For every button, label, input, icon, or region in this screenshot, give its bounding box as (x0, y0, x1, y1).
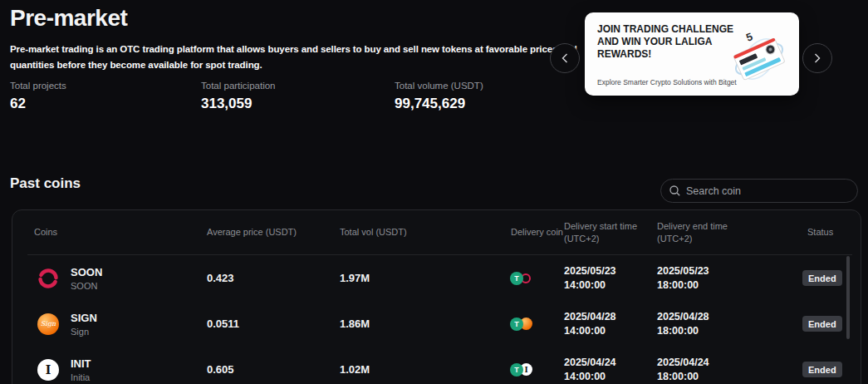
delivery-end-cell: 2025/05/2318:00:00 (657, 255, 709, 301)
table-row[interactable]: Sign SIGN Sign 0.0511 1.86M T 2025/04/28… (12, 301, 861, 347)
status-badge: Ended (802, 270, 842, 286)
stat-total-projects: Total projects 62 (10, 81, 66, 112)
avg-price-cell: 0.0511 (207, 301, 239, 347)
delivery-end-cell: 2025/04/2418:00:00 (657, 347, 709, 384)
column-header-start-time: Delivery start time(UTC+2) (564, 210, 637, 254)
search-icon (669, 185, 680, 196)
init-logo-icon: I (37, 359, 59, 381)
chevron-left-icon (562, 53, 568, 63)
ticket-rewards-icon: 5 (724, 26, 794, 86)
status-badge: Ended (802, 362, 842, 377)
column-header-coins: Coins (34, 210, 57, 254)
past-coins-title: Past coins (10, 175, 81, 192)
stat-total-participation: Total participation 313,059 (201, 81, 276, 112)
column-header-delivery-coin: Delivery coin (511, 210, 563, 254)
coin-name: Sign (71, 327, 97, 337)
delivery-start-cell: 2025/04/2414:00:00 (564, 347, 616, 384)
coin-name: SOON (71, 281, 102, 291)
stat-value: 62 (10, 96, 66, 112)
delivery-start-cell: 2025/05/2314:00:00 (564, 255, 616, 301)
column-header-avg-price: Average price (USDT) (207, 210, 297, 254)
coin-symbol: SOON (71, 266, 102, 278)
chevron-right-icon (814, 53, 821, 63)
search-box[interactable] (660, 179, 858, 203)
delivery-start-cell: 2025/04/2814:00:00 (564, 301, 616, 347)
delivery-coin-cell: T I (510, 347, 532, 384)
delivery-end-cell: 2025/04/2818:00:00 (657, 301, 709, 347)
page-description: Pre-market trading is an OTC trading pla… (10, 42, 591, 75)
total-vol-cell: 1.97M (340, 255, 370, 301)
column-header-end-time: Delivery end time(UTC+2) (657, 210, 728, 254)
stat-value: 313,059 (201, 96, 276, 112)
carousel-prev-button[interactable] (550, 43, 580, 73)
coin-symbol: INIT (71, 357, 91, 370)
stat-value: 99,745,629 (395, 96, 483, 112)
stat-label: Total projects (10, 81, 66, 91)
avg-price-cell: 0.423 (207, 255, 234, 301)
soon-ring-icon (37, 268, 59, 289)
page-title: Pre-market (10, 5, 127, 32)
table-scrollbar[interactable] (846, 256, 850, 339)
svg-text:5: 5 (744, 30, 754, 44)
sign-logo-icon: Sign (37, 313, 59, 335)
banner-title: JOIN TRADING CHALLENGE AND WIN YOUR LALI… (597, 23, 737, 61)
total-vol-cell: 1.86M (340, 301, 370, 347)
past-coins-table: Coins Average price (USDT) Total vol (US… (12, 209, 861, 384)
usdt-icon: T (510, 318, 523, 331)
delivery-coin-cell: T (510, 255, 531, 301)
usdt-icon: T (510, 272, 523, 285)
promo-banner[interactable]: JOIN TRADING CHALLENGE AND WIN YOUR LALI… (585, 12, 799, 96)
stat-label: Total participation (201, 81, 276, 91)
avg-price-cell: 0.605 (207, 347, 234, 384)
search-input[interactable] (686, 185, 849, 197)
total-vol-cell: 1.02M (340, 347, 370, 384)
column-header-status: Status (807, 210, 833, 254)
table-row[interactable]: SOON SOON 0.423 1.97M T 2025/05/2314:00:… (12, 255, 861, 301)
delivery-coin-cell: T (510, 301, 532, 347)
carousel-next-button[interactable] (802, 43, 832, 73)
table-row[interactable]: I INIT Initia 0.605 1.02M T I 2025/04/24… (12, 347, 861, 384)
status-badge: Ended (802, 316, 842, 332)
usdt-icon: T (510, 363, 523, 377)
table-header: Coins Average price (USDT) Total vol (US… (12, 210, 861, 254)
stat-label: Total volume (USDT) (395, 81, 483, 91)
banner-subtitle: Explore Smarter Crypto Solutions with Bi… (597, 78, 737, 86)
column-header-total-vol: Total vol (USDT) (340, 210, 407, 254)
coin-symbol: SIGN (71, 312, 97, 324)
stat-total-volume: Total volume (USDT) 99,745,629 (395, 81, 483, 112)
coin-name: Initia (71, 372, 91, 382)
